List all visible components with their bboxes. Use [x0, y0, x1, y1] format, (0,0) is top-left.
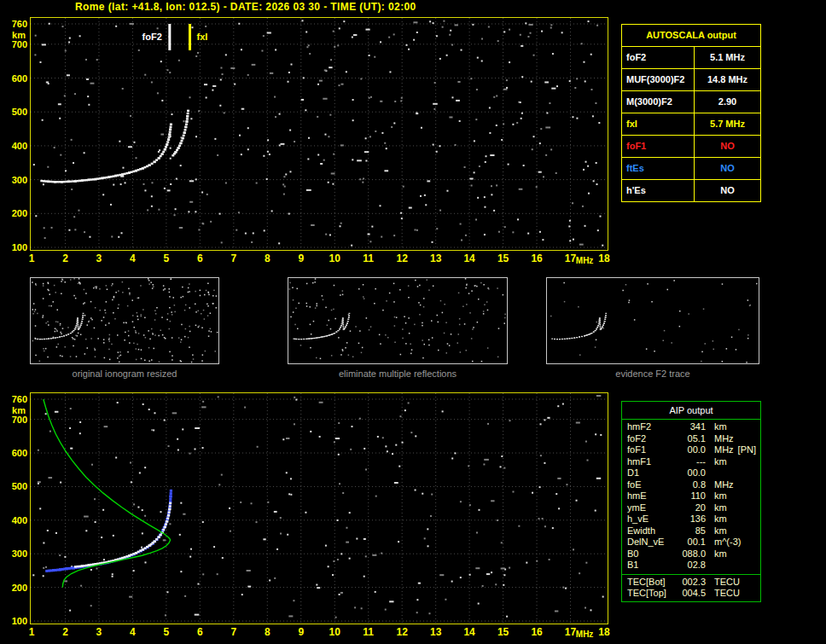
row-unit: km	[714, 490, 727, 502]
thumbnail-evidence-f2-trace	[546, 277, 759, 364]
row-unit: MHz	[714, 479, 734, 491]
svg-text:6: 6	[197, 252, 203, 264]
aip-row: B0088.0km	[622, 548, 760, 560]
aip-rows: hmF2341kmfoF205.1MHzfoF100.0MHz[PN]hmF1-…	[622, 420, 760, 571]
svg-text:5: 5	[164, 626, 170, 638]
row-label: TEC[Bot]	[622, 577, 675, 589]
thumbnail-eliminate-reflections	[288, 277, 508, 364]
echo-trace	[74, 502, 172, 568]
row-value: ---	[675, 456, 706, 468]
row-extra	[756, 502, 760, 514]
thumbnail-caption: original ionogram resized	[30, 368, 219, 379]
svg-text:500: 500	[12, 481, 27, 491]
svg-text:200: 200	[12, 583, 27, 593]
svg-text:16: 16	[531, 252, 543, 264]
svg-text:8: 8	[265, 252, 270, 264]
row-label: ftEs	[622, 158, 695, 179]
svg-text:11: 11	[363, 626, 374, 638]
svg-text:9: 9	[298, 252, 304, 264]
svg-text:4: 4	[130, 252, 136, 264]
aip-row: Ewidth85km	[622, 525, 760, 537]
thumbnail-caption: eliminate multiple reflections	[288, 368, 508, 379]
svg-text:2: 2	[62, 626, 68, 638]
aip-row: hmF2341km	[622, 421, 760, 433]
row-value: 00.0	[675, 444, 706, 456]
row-unit: TECU	[714, 588, 740, 600]
svg-text:700: 700	[12, 39, 27, 49]
row-value: NO	[695, 158, 760, 179]
row-label: h'Es	[622, 180, 695, 201]
aip-row: h_vE136km	[622, 513, 760, 525]
svg-text:17: 17	[565, 252, 577, 264]
svg-text:km: km	[12, 405, 26, 415]
row-unit: km	[714, 513, 727, 525]
aip-output-title: AIP output	[622, 402, 760, 420]
svg-text:14: 14	[463, 626, 475, 638]
svg-text:km: km	[12, 30, 26, 40]
svg-text:3: 3	[96, 626, 102, 638]
row-extra	[756, 456, 760, 468]
svg-text:16: 16	[531, 626, 543, 638]
foF2-marker: foF2	[143, 24, 172, 50]
row-unit: km	[714, 502, 727, 514]
autoscala-output-title: AUTOSCALA output	[622, 25, 760, 47]
aip-row: TEC[Bot]002.3TECU	[622, 577, 760, 589]
row-label: hmF1	[622, 456, 675, 468]
autoscala-row: fxI5.7 MHz	[622, 113, 760, 136]
row-extra	[756, 513, 760, 525]
svg-text:11: 11	[363, 252, 374, 264]
row-value: 5.7 MHz	[695, 113, 760, 135]
svg-text:15: 15	[497, 252, 509, 264]
row-label: fxI	[622, 113, 695, 135]
row-label: Ewidth	[622, 525, 675, 537]
aip-row: foF205.1MHz	[622, 433, 760, 445]
svg-text:18: 18	[598, 252, 610, 264]
autoscala-row: ftEsNO	[622, 158, 760, 180]
row-value: 14.8 MHz	[695, 69, 760, 90]
svg-text:100: 100	[12, 616, 27, 626]
svg-text:600: 600	[12, 448, 27, 458]
row-label: ymE	[622, 502, 675, 514]
row-value: 110	[675, 490, 706, 502]
autoscala-rows: foF25.1 MHzMUF(3000)F214.8 MHzM(3000)F22…	[622, 47, 760, 201]
svg-text:600: 600	[12, 73, 27, 84]
row-label: B1	[622, 560, 675, 571]
svg-text:760: 760	[12, 394, 27, 404]
row-value: 05.1	[675, 433, 706, 445]
autoscala-row: h'EsNO	[622, 180, 760, 201]
svg-text:4: 4	[130, 626, 136, 638]
row-label: hmE	[622, 490, 675, 502]
row-extra: [PN]	[738, 444, 760, 456]
row-value: 088.0	[675, 548, 706, 560]
svg-text:1: 1	[29, 626, 35, 638]
row-value: 00.0	[675, 467, 706, 479]
ionogram-plot: 760700600500400300200100km12345678910111…	[0, 0, 619, 273]
aip-row: D100.0	[622, 467, 760, 479]
svg-text:12: 12	[396, 626, 408, 638]
row-extra	[756, 467, 760, 479]
svg-text:300: 300	[12, 175, 27, 185]
bottom-ionogram: 760700600500400300200100km12345678910111…	[12, 393, 610, 640]
restored-trace	[45, 490, 172, 572]
autoscala-row: M(3000)F22.90	[622, 91, 760, 113]
row-extra	[756, 560, 760, 571]
row-extra	[756, 525, 760, 537]
svg-text:10: 10	[329, 252, 341, 264]
row-extra	[756, 421, 760, 433]
svg-text:760: 760	[12, 19, 27, 29]
svg-text:MHz: MHz	[576, 629, 594, 639]
row-unit: TECU	[714, 577, 740, 589]
grid-lines	[31, 18, 607, 249]
X-mode-echo-trace	[172, 110, 189, 157]
row-label: foE	[622, 479, 675, 491]
autoscala-row: foF1NO	[622, 136, 760, 158]
aip-row: hmE110km	[622, 490, 760, 502]
autoscala-output-table: AUTOSCALA output foF25.1 MHzMUF(3000)F21…	[621, 24, 761, 202]
row-value: 20	[675, 502, 706, 514]
row-label: hmF2	[622, 421, 675, 433]
row-extra	[756, 588, 760, 600]
row-unit: km	[714, 525, 727, 537]
aip-row: TEC[Top]004.5TECU	[622, 588, 760, 600]
svg-text:MHz: MHz	[576, 256, 594, 265]
aip-tec-rows: TEC[Bot]002.3TECUTEC[Top]004.5TECU	[622, 574, 760, 600]
